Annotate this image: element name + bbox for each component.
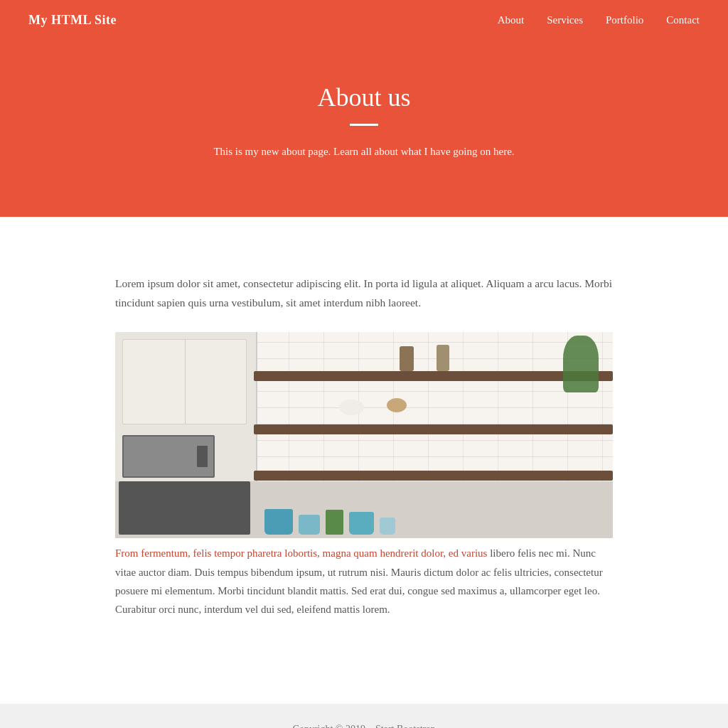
plant-counter bbox=[326, 510, 343, 535]
body-paragraph: From fermentum, felis tempor pharetra lo… bbox=[115, 544, 613, 619]
nav-link-portfolio[interactable]: Portfolio bbox=[606, 14, 643, 26]
nav-link-about[interactable]: About bbox=[498, 14, 525, 26]
shelf-1 bbox=[254, 371, 613, 381]
hero-section: About us This is my new about page. Lear… bbox=[0, 40, 728, 217]
cabinet-upper bbox=[122, 339, 247, 424]
navbar: My HTML Site About Services Portfolio Co… bbox=[0, 0, 728, 40]
hero-subtitle: This is my new about page. Learn all abo… bbox=[151, 143, 577, 160]
pot-medium bbox=[349, 512, 374, 535]
highlighted-text: From fermentum, felis tempor pharetra lo… bbox=[115, 547, 487, 559]
main-content: Lorem ipsum dolor sit amet, consectetur … bbox=[87, 217, 641, 661]
footer: Copyright © 2019 – Start Bootstrap bbox=[0, 704, 728, 728]
nav-brand[interactable]: My HTML Site bbox=[28, 13, 117, 28]
kitchen-image bbox=[115, 332, 613, 538]
intro-paragraph: Lorem ipsum dolor sit amet, consectetur … bbox=[115, 274, 613, 312]
footer-copyright: Copyright © 2019 – Start Bootstrap bbox=[14, 724, 714, 728]
vase-1 bbox=[400, 346, 414, 371]
microwave bbox=[122, 435, 215, 478]
hero-divider bbox=[350, 124, 378, 126]
nav-links: About Services Portfolio Contact bbox=[498, 14, 700, 26]
counter-items bbox=[250, 481, 613, 538]
hero-title: About us bbox=[28, 82, 700, 112]
pot-small bbox=[299, 515, 320, 535]
vase-2 bbox=[437, 345, 449, 371]
plant-top bbox=[563, 336, 599, 392]
shelf-2 bbox=[254, 424, 613, 434]
stove bbox=[119, 481, 250, 535]
pot-large bbox=[264, 509, 293, 535]
nav-link-services[interactable]: Services bbox=[547, 14, 583, 26]
shelf-3 bbox=[254, 471, 613, 481]
nav-link-contact[interactable]: Contact bbox=[666, 14, 700, 26]
pot-tiny bbox=[380, 518, 395, 535]
